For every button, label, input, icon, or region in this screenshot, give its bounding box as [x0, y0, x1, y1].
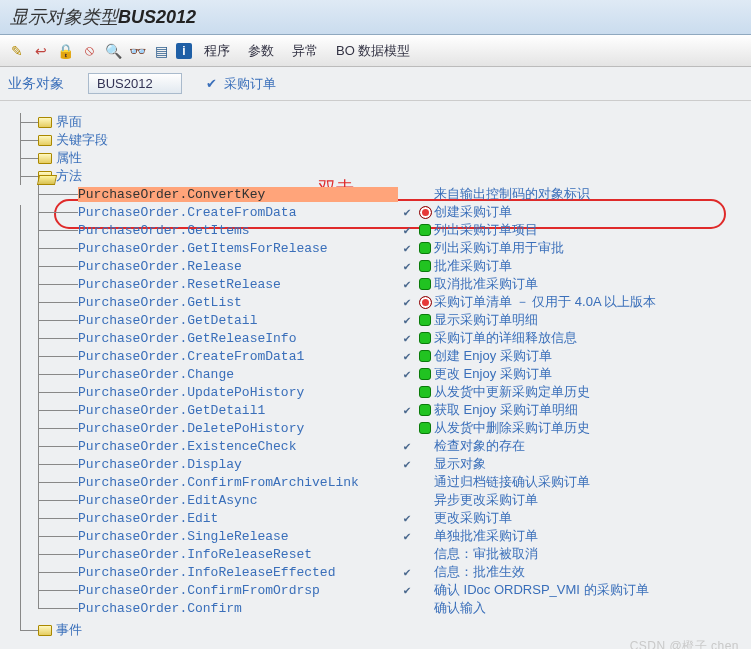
wand-icon[interactable]: ✎	[8, 42, 26, 60]
method-check: ✔	[398, 223, 416, 238]
method-row[interactable]: PurchaseOrder.Confirm确认输入	[78, 599, 741, 617]
method-row[interactable]: PurchaseOrder.UpdatePoHistory从发货中更新采购定单历…	[78, 383, 741, 401]
method-row[interactable]: PurchaseOrder.CreateFromData✔创建采购订单	[78, 203, 741, 221]
node-label: 关键字段	[56, 131, 108, 149]
method-check: ✔	[398, 367, 416, 382]
node-label: 方法	[56, 167, 82, 185]
method-row[interactable]: PurchaseOrder.Change✔更改 Enjoy 采购订单	[78, 365, 741, 383]
method-row[interactable]: PurchaseOrder.DeletePoHistory从发货中删除采购订单历…	[78, 419, 741, 437]
undo-icon[interactable]: ↩	[32, 42, 50, 60]
method-check: ✔	[398, 439, 416, 454]
tree-root: 界面 关键字段 属性 方法 PurchaseOrder.ConvertKey来自…	[20, 113, 741, 639]
method-name: PurchaseOrder.EditAsync	[78, 493, 398, 508]
method-row[interactable]: PurchaseOrder.SingleRelease✔单独批准采购订单	[78, 527, 741, 545]
node-label: 事件	[56, 621, 82, 639]
lock-icon[interactable]: 🔒	[56, 42, 74, 60]
method-name: PurchaseOrder.UpdatePoHistory	[78, 385, 398, 400]
method-name: PurchaseOrder.Release	[78, 259, 398, 274]
find-icon[interactable]: 🔍	[104, 42, 122, 60]
method-row[interactable]: PurchaseOrder.Display✔显示对象	[78, 455, 741, 473]
stop-icon[interactable]: ⦸	[80, 42, 98, 60]
watermark: CSDN @橙子 chen	[630, 638, 739, 649]
method-check: ✔	[398, 511, 416, 526]
method-row[interactable]: PurchaseOrder.ConfirmFromArchiveLink通过归档…	[78, 473, 741, 491]
method-row[interactable]: PurchaseOrder.InfoReleaseReset信息：审批被取消	[78, 545, 741, 563]
folder-open-icon	[38, 171, 52, 182]
method-name: PurchaseOrder.Edit	[78, 511, 398, 526]
node-label: 属性	[56, 149, 82, 167]
tree-area: 双击 界面 关键字段 属性 方法 PurchaseOrder.ConvertKe…	[0, 101, 751, 649]
methods-list: PurchaseOrder.ConvertKey来自输出控制码的对象标识Purc…	[78, 185, 741, 617]
method-description: 更改采购订单	[434, 509, 512, 527]
method-description: 列出采购订单用于审批	[434, 239, 564, 257]
method-check: ✔	[398, 295, 416, 310]
method-row[interactable]: PurchaseOrder.ConvertKey来自输出控制码的对象标识	[78, 185, 741, 203]
method-description: 确认 IDoc ORDRSP_VMI 的采购订单	[434, 581, 649, 599]
menu-parameters[interactable]: 参数	[242, 42, 280, 60]
method-name: PurchaseOrder.GetItemsForRelease	[78, 241, 398, 256]
method-description: 获取 Enjoy 采购订单明细	[434, 401, 578, 419]
menu-exceptions[interactable]: 异常	[286, 42, 324, 60]
title-object-type: BUS2012	[118, 7, 196, 27]
method-check: ✔	[398, 241, 416, 256]
method-check: ✔	[398, 583, 416, 598]
method-check: ✔	[398, 403, 416, 418]
node-events[interactable]: 事件	[38, 621, 741, 639]
method-row[interactable]: PurchaseOrder.GetList✔采购订单清单 － 仅用于 4.0A …	[78, 293, 741, 311]
method-name: PurchaseOrder.GetItems	[78, 223, 398, 238]
method-status-icon	[416, 278, 434, 290]
node-interface[interactable]: 界面	[38, 113, 741, 131]
bo-code-field[interactable]: BUS2012	[88, 73, 182, 94]
method-name: PurchaseOrder.ConvertKey	[78, 187, 398, 202]
method-row[interactable]: PurchaseOrder.GetItemsForRelease✔列出采购订单用…	[78, 239, 741, 257]
method-description: 更改 Enjoy 采购订单	[434, 365, 552, 383]
method-description: 批准采购订单	[434, 257, 512, 275]
method-name: PurchaseOrder.SingleRelease	[78, 529, 398, 544]
method-check: ✔	[398, 457, 416, 472]
method-row[interactable]: PurchaseOrder.Release✔批准采购订单	[78, 257, 741, 275]
method-check: ✔	[398, 205, 416, 220]
findnext-icon[interactable]: 👓	[128, 42, 146, 60]
method-row[interactable]: PurchaseOrder.GetItems✔列出采购订单项目	[78, 221, 741, 239]
method-status-icon	[416, 350, 434, 362]
method-name: PurchaseOrder.Display	[78, 457, 398, 472]
title-prefix: 显示对象类型	[10, 7, 118, 27]
method-row[interactable]: PurchaseOrder.GetReleaseInfo✔采购订单的详细释放信息	[78, 329, 741, 347]
method-description: 显示采购订单明细	[434, 311, 538, 329]
node-methods[interactable]: 方法	[38, 167, 741, 185]
bo-description: 采购订单	[224, 76, 276, 91]
method-name: PurchaseOrder.CreateFromData	[78, 205, 398, 220]
method-row[interactable]: PurchaseOrder.ResetRelease✔取消批准采购订单	[78, 275, 741, 293]
toolbar: ✎ ↩ 🔒 ⦸ 🔍 👓 ▤ i 程序 参数 异常 BO 数据模型	[0, 35, 751, 67]
method-row[interactable]: PurchaseOrder.EditAsync异步更改采购订单	[78, 491, 741, 509]
method-check: ✔	[398, 565, 416, 580]
method-name: PurchaseOrder.GetList	[78, 295, 398, 310]
method-row[interactable]: PurchaseOrder.GetDetail✔显示采购订单明细	[78, 311, 741, 329]
method-row[interactable]: PurchaseOrder.Edit✔更改采购订单	[78, 509, 741, 527]
method-status-icon	[416, 422, 434, 434]
folder-icon	[38, 153, 52, 164]
method-row[interactable]: PurchaseOrder.GetDetail1✔获取 Enjoy 采购订单明细	[78, 401, 741, 419]
method-row[interactable]: PurchaseOrder.CreateFromData1✔创建 Enjoy 采…	[78, 347, 741, 365]
method-description: 显示对象	[434, 455, 486, 473]
method-row[interactable]: PurchaseOrder.ConfirmFromOrdrsp✔确认 IDoc …	[78, 581, 741, 599]
method-row[interactable]: PurchaseOrder.InfoReleaseEffected✔信息：批准生…	[78, 563, 741, 581]
method-description: 通过归档链接确认采购订单	[434, 473, 590, 491]
grid-icon[interactable]: ▤	[152, 42, 170, 60]
method-check: ✔	[398, 259, 416, 274]
info-icon[interactable]: i	[176, 43, 192, 59]
method-status-icon	[416, 386, 434, 398]
method-status-icon	[416, 224, 434, 236]
method-row[interactable]: PurchaseOrder.ExistenceCheck✔检查对象的存在	[78, 437, 741, 455]
method-description: 从发货中更新采购定单历史	[434, 383, 590, 401]
check-icon: ✔	[206, 76, 221, 91]
menu-program[interactable]: 程序	[198, 42, 236, 60]
method-check: ✔	[398, 529, 416, 544]
menu-bo-model[interactable]: BO 数据模型	[330, 42, 416, 60]
method-description: 来自输出控制码的对象标识	[434, 185, 590, 203]
node-attributes[interactable]: 属性	[38, 149, 741, 167]
method-description: 确认输入	[434, 599, 486, 617]
node-keyfields[interactable]: 关键字段	[38, 131, 741, 149]
method-status-icon	[416, 332, 434, 344]
method-status-icon	[416, 242, 434, 254]
